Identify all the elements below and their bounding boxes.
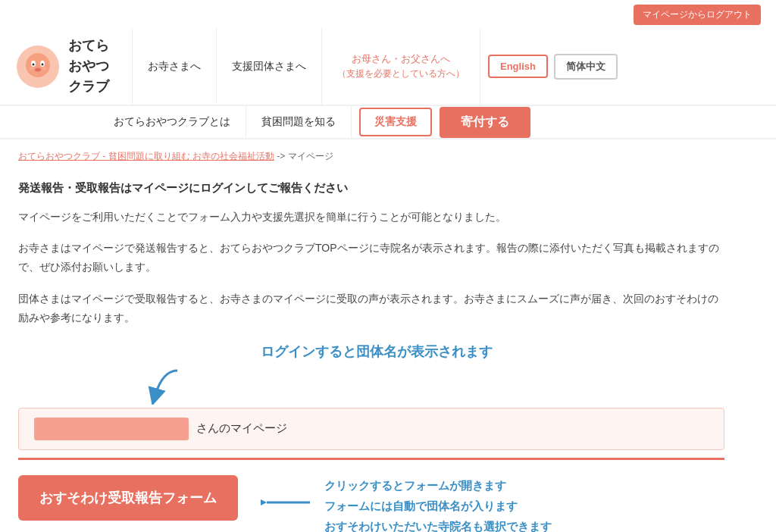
form-annotation-line2: フォームには自動で団体名が入ります <box>324 496 552 516</box>
nav-poverty[interactable]: 貧困問題を知る <box>246 106 352 138</box>
arrow-down-left-icon <box>147 367 192 405</box>
form-annotation-line1: クリックするとフォームが開きます <box>324 475 552 496</box>
content-para-2: お寺さまはマイページで発送報告すると、おてらおやつクラブTOPページに寺院名が表… <box>18 239 724 277</box>
nav-top: お寺さまへ 支援団体さまへ お母さん・お父さんへ（支援を必要としている方へ） E… <box>132 28 761 105</box>
donate-button[interactable]: 寄付する <box>440 107 530 138</box>
logo-icon <box>15 44 61 89</box>
nav-item-parents[interactable]: お母さん・お父さんへ（支援を必要としている方へ） <box>322 28 480 105</box>
header-main: おてら おやつ クラブ お寺さまへ 支援団体さまへ お母さん・お父さんへ（支援を… <box>0 28 776 106</box>
chinese-lang-button[interactable]: 简体中文 <box>554 54 618 80</box>
svg-point-1 <box>26 53 50 77</box>
mypage-bar: さんのマイページ <box>18 408 724 450</box>
annotation-login-text: ログインすると団体名が表示されます <box>261 343 493 361</box>
nav-item-temple[interactable]: お寺さまへ <box>133 28 217 105</box>
header-top: マイページからログアウト <box>0 0 776 28</box>
svg-point-7 <box>30 67 34 70</box>
form-area: おすそわけ受取報告フォーム クリックするとフォームが開きます フォームには自動で… <box>18 475 724 532</box>
svg-point-4 <box>33 63 35 65</box>
header-second-nav: おてらおやつクラブとは 貧困問題を知る 災害支援 寄付する <box>0 106 776 139</box>
arrow-left-icon <box>261 487 314 518</box>
form-annotation: クリックするとフォームが開きます フォームには自動で団体名が入ります おすそわけ… <box>261 475 552 532</box>
mypage-name-blurred <box>34 418 189 440</box>
content-para-1: マイページをご利用いただくことでフォーム入力や支援先選択を簡単に行うことが可能と… <box>18 208 724 227</box>
svg-point-5 <box>42 63 44 65</box>
nav-item-support[interactable]: 支援団体さまへ <box>217 28 322 105</box>
mypage-suffix-label: さんのマイページ <box>196 421 287 436</box>
disaster-button[interactable]: 災害支援 <box>359 108 432 136</box>
annotation-login-area: ログインすると団体名が表示されます さんのマイページ <box>18 343 724 450</box>
form-button[interactable]: おすそわけ受取報告フォーム <box>18 475 238 521</box>
logo-area: おてら おやつ クラブ <box>15 28 124 105</box>
breadcrumb-current: マイページ <box>288 151 333 161</box>
logout-button[interactable]: マイページからログアウト <box>634 5 761 25</box>
section-title: 発送報告・受取報告はマイページにログインしてご報告ください <box>18 181 724 196</box>
logo-text: おてら おやつ クラブ <box>68 36 109 97</box>
main-content: 発送報告・受取報告はマイページにログインしてご報告ください マイページをご利用い… <box>0 169 743 532</box>
english-lang-button[interactable]: English <box>488 55 548 78</box>
content-para-3: 団体さまはマイページで受取報告すると、お寺さまのマイページに受取の声が表示されま… <box>18 289 724 327</box>
breadcrumb-separator: -> <box>277 151 287 161</box>
svg-point-8 <box>42 67 46 70</box>
form-annotation-line3: おすそわけいただいた寺院名も選択できます <box>324 516 552 532</box>
nav-about[interactable]: おてらおやつクラブとは <box>99 106 246 138</box>
divider-red <box>18 458 724 460</box>
breadcrumb-link[interactable]: おてらおやつクラブ - 貧困問題に取り組む お寺の社会福祉活動 <box>18 151 274 161</box>
nav-lang-area: English 简体中文 <box>488 54 618 80</box>
breadcrumb: おてらおやつクラブ - 貧困問題に取り組む お寺の社会福祉活動 -> マイページ <box>0 139 776 169</box>
form-annotation-text: クリックするとフォームが開きます フォームには自動で団体名が入ります おすそわけ… <box>324 475 552 532</box>
svg-point-6 <box>35 67 41 71</box>
